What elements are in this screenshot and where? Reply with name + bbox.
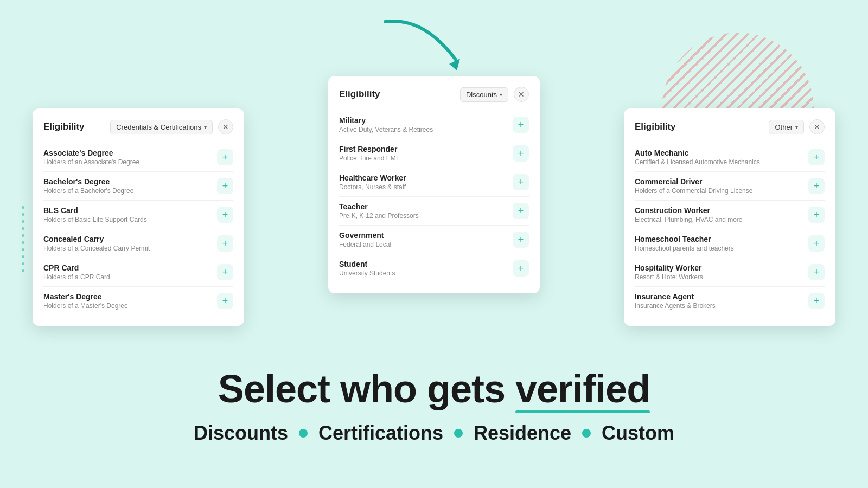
discounts-dropdown-btn[interactable]: Discounts ▾ <box>460 87 508 102</box>
item-subtitle: Police, Fire and EMT <box>339 155 400 162</box>
list-item: Healthcare Worker Doctors, Nurses & staf… <box>339 168 529 197</box>
item-subtitle: Holders of a Master's Degree <box>43 302 128 310</box>
credentials-dropdown-btn[interactable]: Credentials & Certifications ▾ <box>110 120 213 134</box>
dot <box>22 262 24 265</box>
list-item: CPR Card Holders of a CPR Card + <box>43 258 233 287</box>
add-item-btn[interactable]: + <box>217 293 233 309</box>
other-dropdown-btn[interactable]: Other ▾ <box>769 120 804 134</box>
add-item-btn[interactable]: + <box>217 207 233 223</box>
add-item-btn[interactable]: + <box>513 117 529 133</box>
add-item-btn[interactable]: + <box>217 149 233 165</box>
list-item: Concealed Carry Holders of a Concealed C… <box>43 229 233 258</box>
list-item: Hospitality Worker Resort & Hotel Worker… <box>635 258 825 287</box>
item-title: Bachelor's Degree <box>43 177 133 186</box>
item-text-group: Bachelor's Degree Holders of a Bachelor'… <box>43 177 133 195</box>
add-item-btn[interactable]: + <box>808 178 825 194</box>
item-subtitle: Holders of a Commercial Driving License <box>635 187 752 195</box>
chevron-down-icon-2: ▾ <box>500 92 502 98</box>
add-item-btn[interactable]: + <box>217 264 233 280</box>
dot <box>22 248 24 251</box>
card-other-controls: Other ▾ ✕ <box>769 119 825 134</box>
add-item-btn[interactable]: + <box>808 207 825 223</box>
item-title: Commercial Driver <box>635 177 752 186</box>
item-title: Insurance Agent <box>635 292 716 301</box>
item-text-group: Associate's Degree Holders of an Associa… <box>43 149 139 166</box>
item-title: BLS Card <box>43 206 147 215</box>
dot <box>22 241 24 244</box>
add-item-btn[interactable]: + <box>513 260 529 277</box>
item-subtitle: Active Duty, Veterans & Retirees <box>339 126 433 133</box>
add-item-btn[interactable]: + <box>808 235 825 252</box>
item-title: Teacher <box>339 202 419 211</box>
item-title: Auto Mechanic <box>635 149 760 157</box>
item-text-group: Master's Degree Holders of a Master's De… <box>43 292 128 310</box>
item-text-group: Commercial Driver Holders of a Commercia… <box>635 177 752 195</box>
item-title: Student <box>339 260 395 268</box>
item-text-group: Construction Worker Electrical, Plumbing… <box>635 206 743 223</box>
add-item-btn[interactable]: + <box>513 203 529 219</box>
headline: Select who gets verified <box>0 367 868 411</box>
list-item: Insurance Agent Insurance Agents & Broke… <box>635 287 825 315</box>
card-credentials-header: Eligibility Credentials & Certifications… <box>43 119 233 134</box>
tag-label-custom: Custom <box>602 422 674 445</box>
dot <box>22 220 24 223</box>
item-text-group: Concealed Carry Holders of a Concealed C… <box>43 235 150 252</box>
dot <box>22 234 24 237</box>
tag-separator-dot <box>454 429 463 438</box>
list-item: Associate's Degree Holders of an Associa… <box>43 143 233 172</box>
list-item: First Responder Police, Fire and EMT + <box>339 139 529 168</box>
card-credentials-controls: Credentials & Certifications ▾ ✕ <box>110 119 233 134</box>
add-item-btn[interactable]: + <box>217 235 233 252</box>
item-text-group: Hospitality Worker Resort & Hotel Worker… <box>635 264 703 281</box>
dot <box>22 269 24 272</box>
chevron-down-icon: ▾ <box>204 124 207 130</box>
list-item: Commercial Driver Holders of a Commercia… <box>635 172 825 201</box>
other-close-btn[interactable]: ✕ <box>809 119 825 134</box>
card-discounts-title: Eligibility <box>339 89 380 100</box>
list-item: Construction Worker Electrical, Plumbing… <box>635 201 825 229</box>
item-text-group: Government Federal and Local <box>339 231 391 248</box>
card-credentials: Eligibility Credentials & Certifications… <box>33 108 244 326</box>
card-other-header: Eligibility Other ▾ ✕ <box>635 119 825 134</box>
list-item: Student University Students + <box>339 254 529 282</box>
list-item: Homeschool Teacher Homeschool parents an… <box>635 229 825 258</box>
credentials-dropdown-label: Credentials & Certifications <box>116 123 201 131</box>
card-discounts-header: Eligibility Discounts ▾ ✕ <box>339 87 529 102</box>
item-title: Government <box>339 231 391 240</box>
list-item: Government Federal and Local + <box>339 226 529 254</box>
discounts-close-btn[interactable]: ✕ <box>514 87 529 102</box>
item-title: Hospitality Worker <box>635 264 703 272</box>
card-discounts-controls: Discounts ▾ ✕ <box>460 87 529 102</box>
add-item-btn[interactable]: + <box>808 264 825 280</box>
credentials-close-btn[interactable]: ✕ <box>218 119 233 134</box>
add-item-btn[interactable]: + <box>808 149 825 165</box>
item-title: CPR Card <box>43 264 110 272</box>
add-item-btn[interactable]: + <box>513 232 529 248</box>
add-item-btn[interactable]: + <box>513 145 529 162</box>
item-title: First Responder <box>339 145 400 153</box>
item-text-group: First Responder Police, Fire and EMT <box>339 145 400 162</box>
tag-separator-dot <box>582 429 591 438</box>
other-dropdown-label: Other <box>775 123 793 131</box>
item-subtitle: Resort & Hotel Workers <box>635 273 703 281</box>
tag-label-certifications: Certifications <box>318 422 443 445</box>
item-subtitle: Pre-K, K-12 and Professors <box>339 212 419 220</box>
item-subtitle: Doctors, Nurses & staff <box>339 183 406 191</box>
add-item-btn[interactable]: + <box>217 178 233 194</box>
bottom-section: Select who gets verified DiscountsCertif… <box>0 367 868 445</box>
item-subtitle: Federal and Local <box>339 241 391 248</box>
item-text-group: Student University Students <box>339 260 395 277</box>
headline-text-highlight: verified <box>515 367 650 411</box>
item-subtitle: Holders of a Bachelor's Degree <box>43 187 133 195</box>
tag-label-discounts: Discounts <box>194 422 288 445</box>
item-text-group: Teacher Pre-K, K-12 and Professors <box>339 202 419 220</box>
item-subtitle: Homeschool parents and teachers <box>635 245 734 252</box>
add-item-btn[interactable]: + <box>513 174 529 190</box>
item-subtitle: Certified & Licensed Automotive Mechanic… <box>635 158 760 166</box>
item-text-group: Homeschool Teacher Homeschool parents an… <box>635 235 734 252</box>
card-other: Eligibility Other ▾ ✕ Auto Mechanic Cert… <box>624 108 835 326</box>
dot <box>22 213 24 216</box>
add-item-btn[interactable]: + <box>808 293 825 309</box>
card-other-title: Eligibility <box>635 121 676 132</box>
item-subtitle: Holders of Basic Life Support Cards <box>43 216 147 223</box>
